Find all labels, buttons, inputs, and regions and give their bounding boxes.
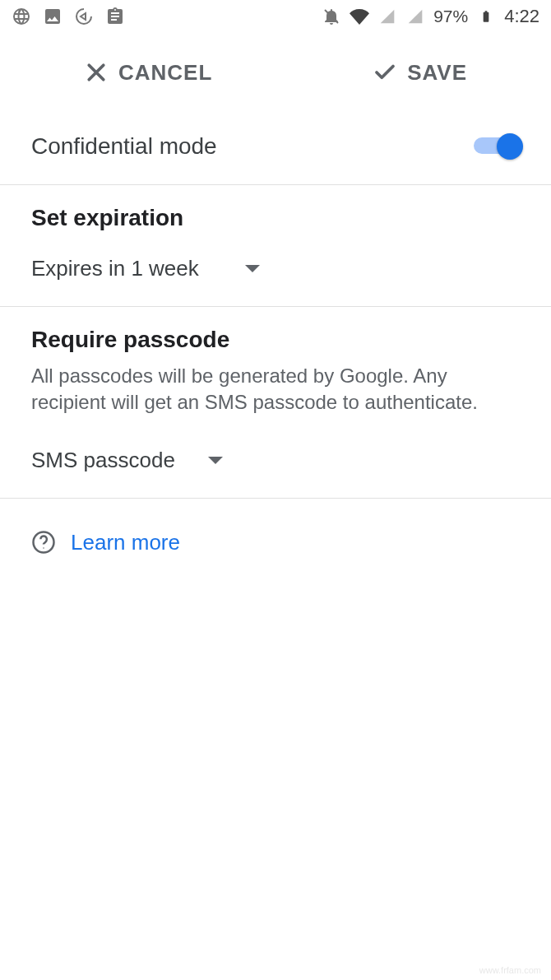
battery-icon <box>476 7 496 26</box>
svg-point-2 <box>43 547 44 549</box>
clock-time: 4:22 <box>504 6 539 27</box>
action-bar: CANCEL SAVE <box>0 33 551 112</box>
chevron-down-icon <box>208 457 223 464</box>
check-icon <box>373 60 397 85</box>
learn-more-link[interactable]: Learn more <box>71 530 180 555</box>
cancel-button[interactable]: CANCEL <box>84 60 212 86</box>
circle-arrow-icon <box>74 7 94 26</box>
status-right: 97% 4:22 <box>322 6 539 27</box>
learn-more-row: Learn more <box>0 499 551 587</box>
expiration-title: Set expiration <box>31 205 520 231</box>
chevron-down-icon <box>245 265 260 272</box>
passcode-description: All passcodes will be generated by Googl… <box>31 363 520 416</box>
passcode-dropdown[interactable]: SMS passcode <box>31 448 520 473</box>
save-label: SAVE <box>407 60 467 86</box>
help-circle-icon <box>31 530 56 555</box>
cancel-label: CANCEL <box>118 60 212 86</box>
save-button[interactable]: SAVE <box>373 60 467 86</box>
wifi-icon <box>350 7 369 26</box>
passcode-title: Require passcode <box>31 327 520 353</box>
battery-percentage: 97% <box>433 7 468 26</box>
signal-2-icon <box>405 7 425 26</box>
watermark: www.frfam.com <box>479 965 541 975</box>
status-bar: 97% 4:22 <box>0 0 551 33</box>
toggle-thumb <box>497 133 523 160</box>
signal-1-icon <box>377 7 397 26</box>
passcode-value: SMS passcode <box>31 448 175 473</box>
confidential-mode-row: Confidential mode <box>0 112 551 185</box>
bell-off-icon <box>322 7 341 26</box>
passcode-section: Require passcode All passcodes will be g… <box>0 307 551 499</box>
image-icon <box>43 7 63 26</box>
confidential-mode-toggle[interactable] <box>474 134 520 159</box>
confidential-mode-label: Confidential mode <box>31 133 217 160</box>
expiration-value: Expires in 1 week <box>31 256 199 281</box>
expiration-section: Set expiration Expires in 1 week <box>0 185 551 307</box>
expiration-dropdown[interactable]: Expires in 1 week <box>31 256 520 281</box>
globe-icon <box>12 7 31 26</box>
clipboard-icon <box>105 7 125 26</box>
close-icon <box>84 60 109 85</box>
status-left-icons <box>12 7 125 26</box>
